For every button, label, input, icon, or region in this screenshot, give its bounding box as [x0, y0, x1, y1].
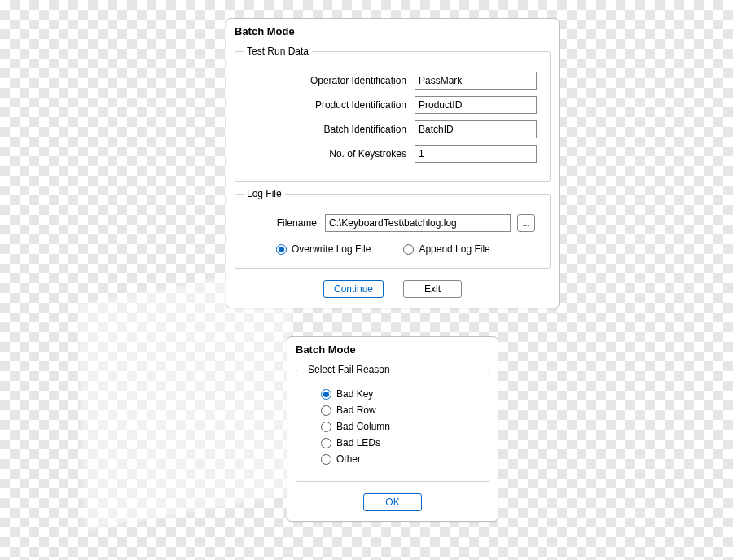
product-input[interactable] [415, 96, 537, 114]
filename-row: Filename ... [154, 214, 542, 232]
operator-label: Operator Identification [244, 75, 415, 86]
product-row: Product Identification [244, 96, 542, 114]
radio-icon [276, 244, 287, 255]
radio-icon [321, 454, 331, 465]
batch-mode-dialog: Batch Mode Test Run Data Operator Identi… [226, 18, 560, 308]
bad-column-radio[interactable]: Bad Column [321, 421, 481, 432]
dialog-title: Batch Mode [226, 19, 559, 41]
fail-reason-legend: Select Fail Reason [305, 364, 393, 375]
dialog-title: Batch Mode [287, 337, 498, 359]
append-radio[interactable]: Append Log File [403, 243, 489, 255]
keystrokes-input[interactable] [415, 145, 537, 163]
other-label: Other [336, 453, 361, 465]
fail-reason-dialog: Batch Mode Select Fail Reason Bad Key Ba… [287, 336, 498, 522]
operator-row: Operator Identification [244, 72, 542, 90]
keystrokes-label: No. of Keystrokes [244, 148, 415, 160]
batch-row: Batch Identification [244, 120, 542, 138]
radio-icon [403, 244, 414, 255]
browse-button[interactable]: ... [517, 214, 535, 232]
radio-icon [321, 389, 331, 400]
ok-button[interactable]: OK [363, 493, 422, 511]
bad-row-radio[interactable]: Bad Row [321, 405, 481, 416]
batch-label: Batch Identification [244, 124, 415, 135]
radio-icon [321, 422, 331, 432]
product-label: Product Identification [244, 99, 415, 111]
bad-key-label: Bad Key [336, 388, 373, 400]
continue-button[interactable]: Continue [323, 280, 384, 298]
test-run-data-legend: Test Run Data [244, 46, 312, 57]
bad-leds-label: Bad LEDs [336, 437, 380, 448]
bad-leds-radio[interactable]: Bad LEDs [321, 437, 481, 448]
bad-column-label: Bad Column [336, 421, 390, 432]
filename-label: Filename [154, 217, 325, 229]
operator-input[interactable] [415, 72, 537, 90]
batch-input[interactable] [415, 120, 537, 138]
exit-button[interactable]: Exit [403, 280, 462, 298]
other-radio[interactable]: Other [321, 453, 481, 465]
bad-key-radio[interactable]: Bad Key [321, 388, 481, 400]
bad-row-label: Bad Row [336, 405, 376, 416]
log-file-legend: Log File [244, 188, 285, 199]
filename-input[interactable] [325, 214, 511, 232]
log-mode-radios: Overwrite Log File Append Log File [276, 243, 542, 255]
log-file-group: Log File Filename ... Overwrite Log File… [235, 188, 551, 269]
overwrite-radio[interactable]: Overwrite Log File [276, 243, 371, 255]
dialog-buttons: Continue Exit [226, 275, 559, 308]
radio-icon [321, 405, 331, 416]
fail-reason-group: Select Fail Reason Bad Key Bad Row Bad C… [296, 364, 489, 482]
keystrokes-row: No. of Keystrokes [244, 145, 542, 163]
radio-icon [321, 438, 331, 448]
overwrite-label: Overwrite Log File [292, 243, 371, 255]
dialog-buttons: OK [287, 488, 498, 521]
fail-reason-list: Bad Key Bad Row Bad Column Bad LEDs Othe… [321, 388, 481, 465]
test-run-data-group: Test Run Data Operator Identification Pr… [235, 46, 551, 182]
append-label: Append Log File [419, 243, 489, 255]
